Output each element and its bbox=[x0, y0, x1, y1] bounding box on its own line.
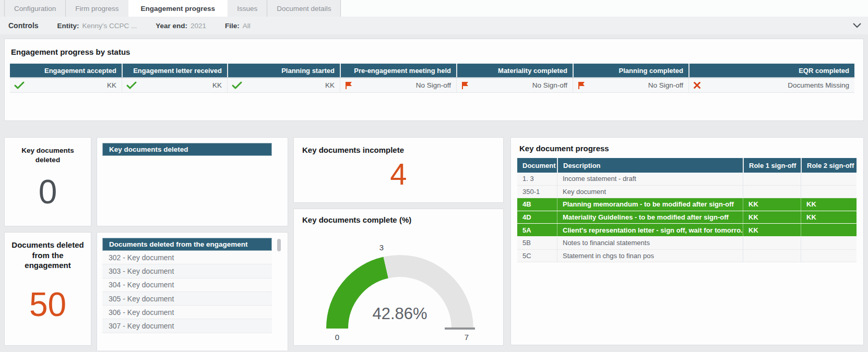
file-label: File: bbox=[225, 22, 240, 30]
entity-value: Kenny's CCPC ... bbox=[82, 22, 137, 30]
progress-column-header: Document bbox=[517, 158, 557, 173]
tab-engagement-progress[interactable]: Engagement progress bbox=[128, 0, 228, 17]
card-title: Key documents deleted bbox=[5, 138, 91, 164]
file-value: All bbox=[243, 22, 251, 30]
progress-column-header: Role 2 sign-off bbox=[801, 158, 857, 173]
status-table-header: Engagement acceptedEngagement letter rec… bbox=[10, 64, 854, 78]
engagement-progress-by-status-panel: Engagement progress by status Engagement… bbox=[4, 39, 864, 121]
check-icon bbox=[126, 81, 137, 89]
card-value: 0 bbox=[5, 173, 91, 211]
list-item[interactable]: 306 - Key document bbox=[102, 306, 272, 319]
check-icon bbox=[14, 81, 25, 89]
controls-bar: Controls Entity: Kenny's CCPC ... Year e… bbox=[0, 17, 868, 34]
flag-icon bbox=[577, 81, 585, 90]
card-value: 50 bbox=[5, 285, 91, 324]
progress-table-body: 1. 3Income statement - draft350-1Key doc… bbox=[517, 173, 857, 262]
list-item[interactable]: 302 - Key document bbox=[102, 251, 272, 264]
progress-column-header: Description bbox=[557, 158, 743, 173]
year-end-filter[interactable]: Year end: 2021 bbox=[156, 22, 206, 30]
key-document-progress-panel: Key document progress DocumentDescriptio… bbox=[510, 137, 864, 345]
status-column-header: Engagement accepted bbox=[10, 64, 122, 77]
tab-issues[interactable]: Issues bbox=[228, 0, 267, 17]
tab-document-details[interactable]: Document details bbox=[267, 0, 340, 17]
key-document-progress-table: DocumentDescriptionRole 1 sign-offRole 2… bbox=[517, 158, 857, 262]
flag-icon bbox=[344, 81, 352, 90]
key-documents-incomplete-card: Key documents incomplete 4 bbox=[293, 137, 504, 203]
status-cell: KK bbox=[10, 78, 122, 92]
status-cell: Documents Missing bbox=[688, 78, 854, 92]
table-row[interactable]: 4BPlanning memorandum - to be modified a… bbox=[517, 198, 857, 211]
key-documents-deleted-card: Key documents deleted 0 bbox=[4, 137, 91, 226]
chevron-down-icon[interactable] bbox=[852, 21, 863, 30]
table-row[interactable]: 5CStatement in chgs to finan pos bbox=[517, 250, 857, 263]
documents-deleted-list: 302 - Key document303 - Key document304 … bbox=[102, 251, 272, 333]
controls-title: Controls bbox=[8, 21, 39, 30]
gauge-title: Key documents complete (%) bbox=[294, 209, 503, 224]
status-cell: KK bbox=[227, 78, 340, 92]
table-row[interactable]: 5BNotes to financial statements bbox=[517, 237, 857, 250]
status-column-header: Pre-engagement meeting held bbox=[340, 64, 456, 77]
svg-text:0: 0 bbox=[335, 333, 339, 342]
status-column-header: Planning completed bbox=[573, 64, 688, 77]
file-filter[interactable]: File: All bbox=[225, 22, 251, 30]
tabs-group: ConfigurationFirm progressEngagement pro… bbox=[0, 0, 341, 17]
list-item[interactable]: 304 - Key document bbox=[102, 278, 272, 292]
table-row[interactable]: 350-1Key document bbox=[517, 186, 857, 199]
scrollbar-thumb[interactable] bbox=[277, 239, 281, 251]
status-column-header: Materiality completed bbox=[456, 64, 573, 77]
table-row[interactable]: 1. 3Income statement - draft bbox=[517, 173, 857, 186]
key-documents-deleted-list-panel: Key documents deleted bbox=[97, 137, 288, 226]
status-column-header: Engagement letter received bbox=[122, 64, 227, 77]
check-icon bbox=[232, 81, 242, 89]
status-panel-title: Engagement progress by status bbox=[5, 39, 863, 64]
svg-text:3: 3 bbox=[379, 243, 383, 252]
documents-deleted-card: Documents deleted from the engagement 50 bbox=[4, 232, 91, 346]
tab-bar: ConfigurationFirm progressEngagement pro… bbox=[0, 0, 868, 17]
status-table-row: KKKKKKNo Sign-offNo Sign-offNo Sign-offD… bbox=[10, 78, 854, 93]
list-header: Documents deleted from the engagement bbox=[102, 238, 272, 251]
gauge-chart: 07342.86% bbox=[300, 225, 498, 345]
progress-column-header: Role 1 sign-off bbox=[743, 158, 801, 173]
tab-firm-progress[interactable]: Firm progress bbox=[65, 0, 128, 17]
documents-deleted-list-panel: Documents deleted from the engagement 30… bbox=[97, 232, 288, 350]
svg-text:7: 7 bbox=[464, 333, 468, 342]
status-cell: No Sign-off bbox=[456, 78, 573, 92]
cross-icon bbox=[693, 81, 701, 89]
status-table: Engagement acceptedEngagement letter rec… bbox=[10, 64, 854, 93]
entity-label: Entity: bbox=[57, 22, 79, 30]
year-end-value: 2021 bbox=[191, 22, 206, 30]
list-item[interactable]: 305 - Key document bbox=[102, 292, 272, 306]
status-cell: No Sign-off bbox=[340, 78, 456, 92]
table-row[interactable]: 5AClient's representation letter - sign … bbox=[517, 224, 857, 237]
table-row[interactable]: 4DMateriality Guidelines - to be modifie… bbox=[517, 211, 857, 224]
status-column-header: Planning started bbox=[227, 64, 340, 77]
tab-configuration[interactable]: Configuration bbox=[4, 0, 65, 17]
list-header: Key documents deleted bbox=[102, 143, 272, 156]
card-title: Documents deleted from the engagement bbox=[5, 233, 91, 271]
card-value: 4 bbox=[294, 156, 503, 191]
progress-table-title: Key document progress bbox=[511, 138, 863, 158]
status-cell: No Sign-off bbox=[573, 78, 688, 92]
year-end-label: Year end: bbox=[156, 22, 187, 30]
status-cell: KK bbox=[122, 78, 227, 92]
svg-text:42.86%: 42.86% bbox=[372, 305, 427, 323]
progress-table-header: DocumentDescriptionRole 1 sign-offRole 2… bbox=[517, 158, 857, 173]
list-item[interactable]: 303 - Key document bbox=[102, 264, 272, 278]
entity-filter[interactable]: Entity: Kenny's CCPC ... bbox=[57, 22, 137, 30]
status-column-header: EQR completed bbox=[688, 64, 854, 77]
list-item[interactable]: 307 - Key document bbox=[102, 319, 272, 333]
key-documents-complete-panel: Key documents complete (%) 07342.86% bbox=[293, 209, 504, 346]
flag-icon bbox=[461, 81, 469, 90]
card-title: Key documents incomplete bbox=[294, 138, 503, 155]
